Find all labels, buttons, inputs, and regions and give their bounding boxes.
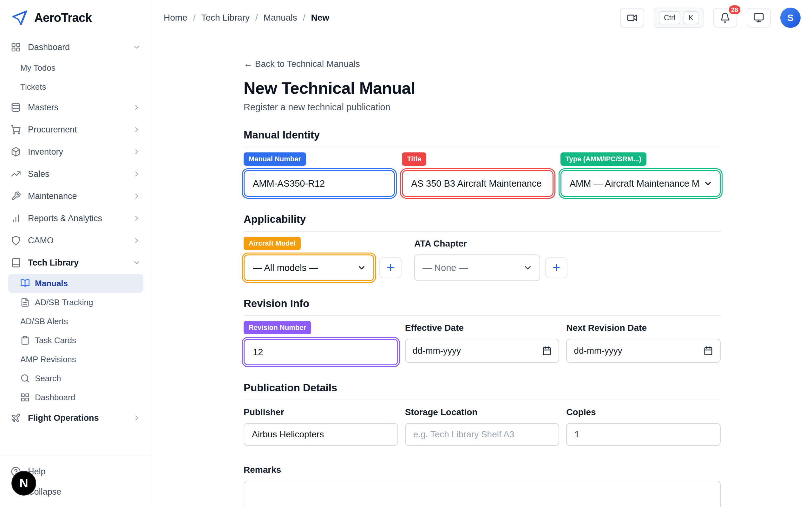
monitor-icon [753, 12, 764, 23]
user-avatar[interactable]: S [780, 8, 801, 28]
calendar-icon[interactable] [704, 346, 713, 355]
copies-input[interactable] [566, 423, 721, 446]
publisher-input[interactable] [244, 423, 398, 446]
sidebar-item-label: Procurement [28, 125, 77, 135]
field-storage-location: Storage Location [405, 405, 560, 446]
bar-chart-icon [11, 213, 21, 223]
chevron-down-icon [133, 43, 141, 51]
sidebar-item-inventory[interactable]: Inventory [8, 141, 143, 163]
sidebar-item-amp-revisions[interactable]: AMP Revisions [8, 350, 143, 369]
add-aircraft-model-button[interactable]: + [379, 257, 402, 278]
sidebar: AeroTrack Dashboard My Todos Tickets Mas… [0, 0, 152, 507]
sidebar-item-reports-analytics[interactable]: Reports & Analytics [8, 207, 143, 229]
sidebar-item-masters[interactable]: Masters [8, 96, 143, 118]
sidebar-item-label: AD/SB Alerts [20, 317, 68, 326]
type-badge: Type (AMM/IPC/SRM...) [560, 153, 647, 166]
publisher-label: Publisher [244, 405, 398, 417]
chevron-right-icon [133, 170, 141, 178]
sidebar-item-tickets[interactable]: Tickets [8, 77, 143, 96]
sidebar-item-label: Tickets [20, 82, 46, 92]
trending-up-icon [11, 169, 21, 179]
ata-chapter-select[interactable]: — None — [414, 255, 540, 281]
grid-icon [20, 393, 30, 402]
sidebar-item-manuals[interactable]: Manuals [8, 274, 143, 293]
sidebar-item-label: Masters [28, 103, 58, 112]
sidebar-item-label: Task Cards [35, 336, 76, 345]
sidebar-nav: Dashboard My Todos Tickets Masters Procu… [0, 36, 152, 456]
section-divider [244, 315, 721, 316]
field-copies: Copies [566, 405, 721, 446]
sidebar-item-label: AD/SB Tracking [35, 297, 93, 307]
add-ata-chapter-button[interactable]: + [545, 257, 567, 278]
section-applicability: Applicability Aircraft Model — All model… [244, 213, 721, 281]
database-icon [11, 102, 21, 112]
screen-record-button[interactable] [620, 8, 644, 27]
ctrl-key: Ctrl [659, 11, 680, 24]
section-heading: Revision Info [244, 297, 721, 309]
sidebar-item-library-dashboard[interactable]: Dashboard [8, 388, 143, 407]
k-key: K [683, 11, 699, 24]
field-next-revision-date: Next Revision Date dd-mm-yyyy [566, 321, 721, 365]
sidebar-item-procurement[interactable]: Procurement [8, 118, 143, 141]
breadcrumb-manuals[interactable]: Manuals [264, 13, 297, 23]
sidebar-item-my-todos[interactable]: My Todos [8, 58, 143, 77]
command-palette-shortcut[interactable]: Ctrl K [654, 8, 704, 28]
chevron-right-icon [133, 148, 141, 156]
file-text-icon [20, 297, 30, 307]
field-ata-chapter: ATA Chapter — None — + [414, 237, 567, 281]
next-revision-date-input[interactable]: dd-mm-yyyy [566, 339, 721, 363]
back-to-manuals-link[interactable]: ← Back to Technical Manuals [244, 59, 360, 69]
notifications-button[interactable]: 28 [713, 8, 737, 27]
field-remarks: Remarks [244, 463, 721, 507]
section-heading: Publication Details [244, 382, 721, 394]
remarks-textarea[interactable] [244, 481, 721, 507]
bell-icon [720, 12, 730, 23]
chevron-right-icon [133, 214, 141, 222]
type-select[interactable]: AMM — Aircraft Maintenance M [560, 170, 721, 197]
notification-count-badge: 28 [728, 4, 742, 15]
breadcrumb-home[interactable]: Home [164, 13, 188, 23]
aircraft-model-select[interactable]: — All models — [244, 255, 374, 281]
shield-icon [11, 235, 21, 245]
manual-number-input[interactable] [244, 170, 395, 197]
chevron-right-icon [133, 103, 141, 112]
section-publication-details: Publication Details Publisher Storage Lo… [244, 382, 721, 507]
title-input[interactable] [402, 170, 553, 197]
sidebar-item-label: Tech Library [28, 258, 79, 268]
effective-date-input[interactable]: dd-mm-yyyy [405, 339, 560, 363]
sidebar-item-label: Reports & Analytics [28, 214, 102, 223]
chevron-right-icon [133, 192, 141, 200]
breadcrumb: Home / Tech Library / Manuals / New [164, 13, 329, 23]
display-mode-button[interactable] [747, 8, 771, 27]
revision-number-badge: Revision Number [244, 321, 311, 334]
sidebar-item-flight-operations[interactable]: Flight Operations [8, 407, 143, 429]
sidebar-item-adsb-alerts[interactable]: AD/SB Alerts [8, 312, 143, 331]
sidebar-item-maintenance[interactable]: Maintenance [8, 185, 143, 207]
app-logo[interactable]: AeroTrack [0, 0, 152, 36]
sidebar-item-label: Maintenance [28, 191, 77, 201]
sidebar-item-search[interactable]: Search [8, 369, 143, 388]
page-subtitle: Register a new technical publication [244, 102, 721, 112]
sidebar-item-adsb-tracking[interactable]: AD/SB Tracking [8, 293, 143, 312]
sidebar-item-tech-library[interactable]: Tech Library [8, 251, 143, 274]
section-divider [244, 400, 721, 400]
nextjs-dev-badge[interactable]: N [11, 471, 36, 496]
breadcrumb-new: New [311, 13, 329, 23]
revision-number-input[interactable] [244, 339, 398, 365]
field-title: Title [402, 153, 553, 197]
sidebar-item-label: Dashboard [28, 43, 70, 52]
sidebar-item-dashboard[interactable]: Dashboard [8, 36, 143, 58]
breadcrumb-tech-library[interactable]: Tech Library [201, 13, 250, 23]
breadcrumb-separator: / [255, 13, 258, 23]
sidebar-item-camo[interactable]: CAMO [8, 229, 143, 251]
field-aircraft-model: Aircraft Model — All models — + [244, 237, 402, 281]
storage-location-input[interactable] [405, 423, 560, 446]
sidebar-item-sales[interactable]: Sales [8, 163, 143, 185]
section-divider [244, 231, 721, 232]
section-divider [244, 147, 721, 147]
field-effective-date: Effective Date dd-mm-yyyy [405, 321, 560, 365]
sidebar-item-task-cards[interactable]: Task Cards [8, 331, 143, 350]
aircraft-model-badge: Aircraft Model [244, 237, 301, 250]
wrench-icon [11, 191, 21, 201]
calendar-icon[interactable] [542, 346, 552, 355]
